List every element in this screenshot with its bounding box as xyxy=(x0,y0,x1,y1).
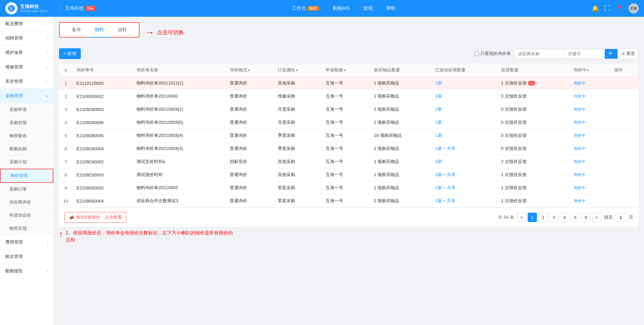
page-btn-6[interactable]: 6 xyxy=(581,213,591,222)
sidebar-item-maintenance[interactable]: 维护保养 › xyxy=(0,46,53,60)
cell-actions[interactable] xyxy=(610,116,639,129)
nav-right: 🔔 ⛶ ❓ 孟毅 xyxy=(592,3,639,13)
table: # 询价单号 询价单名称 询价模式 计划属性 申请船舶 购买物品数量 已选供应商… xyxy=(59,64,639,208)
my-inquiry-checkbox[interactable] xyxy=(475,52,479,56)
th-plan[interactable]: 计划属性 xyxy=(274,64,322,77)
cell-plan: 月度采购 xyxy=(274,116,322,129)
cell-status: 询价中 xyxy=(570,181,610,195)
cell-feedback: 0 次报价反馈 xyxy=(497,116,570,129)
sidebar-sub-purchase-plan[interactable]: 采购计划 xyxy=(0,156,53,169)
sidebar-item-voyage[interactable]: 航次管理 xyxy=(0,250,53,264)
search-button[interactable]: 🔍 xyxy=(605,49,618,59)
avatar[interactable]: 孟毅 xyxy=(629,3,639,13)
cell-num: 4 xyxy=(59,116,72,129)
sidebar-sub-goods-acceptance[interactable]: 物资验收 › xyxy=(0,129,53,143)
fullscreen-icon[interactable]: ⛶ xyxy=(604,5,610,12)
keyword-search-input[interactable] xyxy=(565,49,605,59)
my-inquiry-checkbox-label[interactable]: 只看我的询价单 xyxy=(475,51,511,57)
sidebar-sub-inquiry[interactable]: 询价管理 xyxy=(0,169,53,183)
cell-actions[interactable] xyxy=(610,168,639,181)
cell-actions[interactable] xyxy=(610,181,639,195)
add-button[interactable]: + 新增 xyxy=(59,48,81,59)
cell-actions[interactable] xyxy=(610,155,639,168)
cell-plan: 维修采购 xyxy=(274,90,322,103)
page-btn-4[interactable]: 4 xyxy=(560,213,569,222)
cell-plan: 零星采购 xyxy=(274,195,322,208)
sidebar-item-crew-fees[interactable]: 船员费用 › xyxy=(0,17,53,31)
nav-discover[interactable]: 发现 xyxy=(363,5,373,11)
cell-name: 测试竞价时间a xyxy=(132,155,226,168)
cell-actions[interactable] xyxy=(610,103,639,116)
notification-bar[interactable]: 📣 收到2条报价，点击查看 xyxy=(64,212,126,223)
nav-ais[interactable]: 船舶AIS xyxy=(333,5,350,11)
tab-spare-parts[interactable]: 备件 xyxy=(65,23,88,38)
nav-help[interactable]: 帮助 xyxy=(386,5,395,11)
cell-supplier-count[interactable]: 1家 xyxy=(431,116,497,129)
sidebar-item-ship-report[interactable]: 船舶报告 › xyxy=(0,264,53,278)
page-total: 共 56 条 xyxy=(498,214,514,220)
cell-buy-count: 18 项购买物品 xyxy=(370,129,431,142)
th-ship[interactable]: 申请船舶 xyxy=(322,64,370,77)
cell-supplier-count[interactable]: 1家 + 共享 xyxy=(431,195,497,208)
page-goto-input[interactable] xyxy=(614,214,628,221)
cell-actions[interactable] xyxy=(610,90,639,103)
cell-supplier-count[interactable]: 1家 xyxy=(431,90,497,103)
chevron-right-icon: › xyxy=(47,240,48,244)
reset-button[interactable]: ↺ 重置 xyxy=(618,48,639,59)
page-btn-3[interactable]: 3 xyxy=(549,213,558,222)
cell-actions[interactable] xyxy=(610,129,639,142)
search-group: 🔍 ↺ 重置 xyxy=(514,48,639,59)
tab-materials[interactable]: 物料 xyxy=(88,23,111,38)
cell-supplier-count[interactable]: 1家 xyxy=(431,103,497,116)
sidebar-item-inventory[interactable]: 库存管理 › xyxy=(0,74,53,89)
svg-text:互: 互 xyxy=(9,7,13,10)
toolbar-left: + 新增 xyxy=(59,48,81,59)
th-status[interactable]: 询价中 xyxy=(570,64,610,77)
tab-fuel[interactable]: 油料 xyxy=(111,23,133,38)
sidebar-item-cost[interactable]: 费用管理 › xyxy=(0,235,53,250)
cell-supplier-count[interactable]: 1家 + 共享 xyxy=(431,181,497,195)
page-next-btn[interactable]: > xyxy=(592,213,601,222)
help-icon[interactable]: ❓ xyxy=(616,5,623,12)
cell-buy-count: 1 项购买物品 xyxy=(370,155,431,168)
sidebar-sub-goods-feedback[interactable]: 物资反馈 xyxy=(0,222,53,235)
cell-buy-count: 2 项购买物品 xyxy=(370,195,431,208)
app-title: 互海科技 xyxy=(20,4,47,9)
cell-num: 8 xyxy=(59,168,72,181)
cell-ship: 互海一号 xyxy=(322,168,370,181)
page-btn-1[interactable]: 1 xyxy=(528,213,537,222)
cell-supplier-count[interactable]: 1家 + 共享 xyxy=(431,142,497,155)
cell-num: 6 xyxy=(59,142,72,155)
cell-actions[interactable] xyxy=(610,142,639,155)
sidebar-item-repair[interactable]: 维修管理 › xyxy=(0,60,53,74)
sidebar-sub-supplier-eval[interactable]: 供应商评价 xyxy=(0,196,53,209)
cell-name: 物料询价单20210928(3) xyxy=(132,142,226,155)
cell-ship: 互海一号 xyxy=(322,142,370,155)
cell-supplier-count[interactable]: 2家 + 共享 xyxy=(431,168,497,181)
sidebar-item-recruitment[interactable]: 招聘管理 › xyxy=(0,31,53,46)
sidebar-sub-purchase-order[interactable]: 采购订单 xyxy=(0,183,53,196)
sidebar-sub-purchase-docking[interactable]: 采购对接 xyxy=(0,116,53,129)
cell-buy-count: 1 项购买物品 xyxy=(370,181,431,195)
bell-icon[interactable]: 🔔 xyxy=(592,5,599,12)
pagination-area: 📣 收到2条报价，点击查看 共 56 条 < 1 2 3 4 5 6 > xyxy=(59,208,639,227)
supplier-search-input[interactable] xyxy=(514,49,565,59)
th-mode[interactable]: 询价模式 xyxy=(226,64,274,77)
nav-workbench[interactable]: 工作台 3937 xyxy=(292,5,319,11)
arrow-right-icon: → xyxy=(145,27,154,38)
cell-supplier-count[interactable]: 1家 xyxy=(431,77,497,90)
cell-actions[interactable] xyxy=(610,195,639,208)
sidebar-item-procurement[interactable]: 采购管理 ∨ xyxy=(0,89,53,103)
sidebar-sub-purchase-request[interactable]: 采购申请 xyxy=(0,103,53,116)
cell-status: 询价中 xyxy=(570,90,610,103)
sidebar-sub-annual-price[interactable]: 年度协议价 xyxy=(0,209,53,222)
cell-supplier-count[interactable]: 1家 xyxy=(431,129,497,142)
cell-actions[interactable] xyxy=(610,77,639,90)
workbench-count-badge: 3937 xyxy=(307,6,319,11)
cell-supplier-count[interactable]: 2家 xyxy=(431,155,497,168)
page-btn-2[interactable]: 2 xyxy=(538,213,548,222)
sidebar-sub-ship-purchase[interactable]: 船舶自购 xyxy=(0,143,53,156)
page-prev-btn[interactable]: < xyxy=(517,213,526,222)
page-btn-5[interactable]: 5 xyxy=(571,213,580,222)
cell-mode: 普通询价 xyxy=(226,168,274,181)
